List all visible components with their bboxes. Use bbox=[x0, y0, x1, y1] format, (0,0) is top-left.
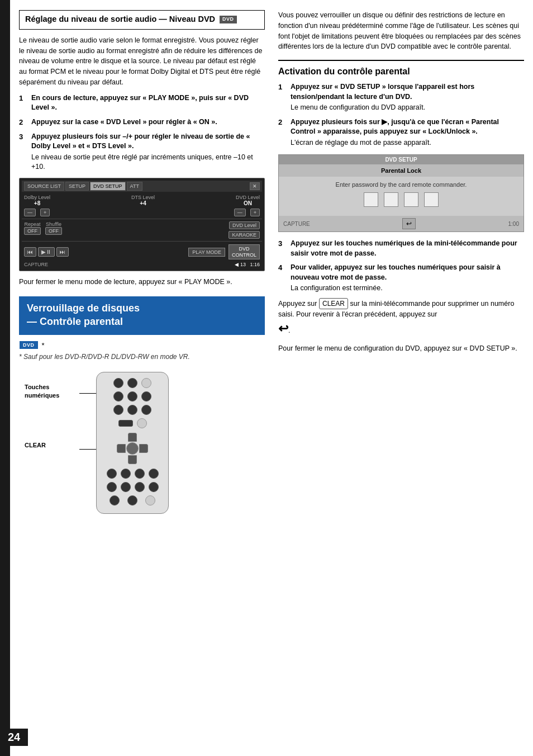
dvd-level-val: ON bbox=[244, 200, 252, 206]
right-divider bbox=[278, 60, 524, 61]
tab-att: ATT bbox=[127, 182, 142, 191]
dolby-label: Dolby Level bbox=[24, 195, 50, 200]
section1-steps: 1 En cours de lecture, appuyez sur « PLA… bbox=[19, 93, 265, 172]
parental-password-boxes bbox=[283, 192, 519, 207]
parental-time: 1:00 bbox=[508, 221, 519, 227]
step2-num: 2 bbox=[19, 117, 29, 127]
num-btn-8 bbox=[127, 405, 137, 415]
right-intro: Vous pouvez verrouiller un disque ou déf… bbox=[278, 10, 524, 52]
step-3: 3 Appuyez plusieurs fois sur –/+ pour ré… bbox=[19, 132, 265, 172]
repeat-btn[interactable]: OFF bbox=[24, 227, 41, 235]
dvd-badge-2: DVD bbox=[19, 341, 39, 349]
track-time: ◀ 13 1:16 bbox=[235, 262, 260, 267]
right-step-1: 1 Appuyez sur « DVD SETUP » lorsque l'ap… bbox=[278, 82, 524, 113]
prev-btn[interactable]: ⏮ bbox=[24, 247, 36, 257]
step-1: 1 En cours de lecture, appuyez sur « PLA… bbox=[19, 93, 265, 113]
shuffle-btn[interactable]: OFF bbox=[45, 227, 62, 235]
btn-r5 bbox=[107, 482, 117, 492]
right-column: Vous pouvez verrouiller un disque ou déf… bbox=[278, 10, 524, 746]
dpad-down bbox=[128, 455, 137, 464]
right-step1-sub: Le menu de configuration du DVD apparaît… bbox=[291, 103, 524, 113]
play-mode-btn[interactable]: PLAY MODE bbox=[188, 248, 225, 257]
parental-back-btn[interactable]: ↩ bbox=[402, 218, 416, 229]
dvd-ui-topbar: SOURCE LIST SETUP DVD SETUP ATT ✕ bbox=[22, 181, 262, 192]
blue-section-title: Verrouillage de disques — Contrôle paren… bbox=[27, 302, 257, 328]
blue-section: Verrouillage de disques — Contrôle paren… bbox=[19, 296, 265, 335]
after-dvd-ui-text: Pour fermer le menu mode de lecture, app… bbox=[19, 277, 265, 287]
step3-sub: Le niveau de sortie peut être réglé par … bbox=[31, 153, 265, 172]
dvd-badge-row: DVD * bbox=[19, 341, 265, 351]
arrow-touches bbox=[79, 393, 96, 394]
next-btn[interactable]: ⏭ bbox=[56, 247, 69, 257]
bottom-row-1 bbox=[104, 469, 160, 479]
parental-ui-screenshot: DVD SETUP Parental Lock Enter password b… bbox=[278, 154, 524, 232]
capture-label: CAPTURE bbox=[24, 262, 48, 267]
dolby-plus-btn[interactable]: + bbox=[40, 209, 50, 216]
btn-r3 bbox=[135, 469, 145, 479]
parental-ui-bottombar: CAPTURE ↩ 1:00 bbox=[279, 216, 524, 231]
dts-label: DTS Level bbox=[131, 195, 155, 200]
clear-btn bbox=[118, 420, 133, 427]
dpad-left bbox=[117, 444, 126, 453]
step-2: 2 Appuyez sur la case « DVD Level » pour… bbox=[19, 117, 265, 127]
dvd-note: * Sauf pour les DVD-R/DVD-R DL/DVD-RW en… bbox=[19, 353, 265, 361]
transport-controls: ⏮ ▶⏸ ⏭ bbox=[24, 247, 69, 257]
num-btn-2 bbox=[127, 378, 137, 388]
pw-box-4 bbox=[424, 192, 439, 207]
shuffle-label: Shuffle bbox=[46, 221, 61, 227]
dvd-level-label: DVD Level bbox=[236, 195, 260, 200]
dolby-minus-btn[interactable]: — bbox=[24, 209, 36, 216]
right-step2-sub: L'écran de réglage du mot de passe appar… bbox=[291, 138, 524, 148]
btn-r2 bbox=[121, 469, 131, 479]
repeat-label: Repeat bbox=[24, 221, 40, 227]
right-step1-text: Appuyez sur « DVD SETUP » lorsque l'appa… bbox=[291, 82, 524, 102]
section1-header: Réglage du niveau de sortie audio — Nive… bbox=[19, 10, 265, 30]
num-btn-4 bbox=[113, 391, 123, 401]
parental-capture-label: CAPTURE bbox=[283, 221, 310, 227]
dts-val: +4 bbox=[140, 200, 146, 206]
touches-label: Touchesnumériques bbox=[25, 383, 59, 400]
play-pause-btn[interactable]: ▶⏸ bbox=[38, 247, 55, 257]
tab-source-list: SOURCE LIST bbox=[24, 182, 64, 191]
tab-dvd-setup: DVD SETUP bbox=[90, 182, 126, 191]
remote-body bbox=[96, 372, 169, 514]
right-step2-num: 2 bbox=[278, 117, 288, 127]
section1-title-text: Réglage du niveau de sortie audio — Nive… bbox=[25, 15, 215, 23]
right-step3-num: 3 bbox=[278, 239, 288, 249]
right-step-2: 2 Appuyez plusieurs fois sur ▶, jusqu'à … bbox=[278, 117, 524, 148]
section1-body: Le niveau de sortie audio varie selon le… bbox=[19, 35, 265, 88]
right-steps-3-4: 3 Appuyez sur les touches numériques de … bbox=[278, 239, 524, 294]
dts-minus-btn[interactable]: — bbox=[234, 209, 246, 216]
right-step-3: 3 Appuyez sur les touches numériques de … bbox=[278, 239, 524, 258]
remote-diagram-container: Touchesnumériques CLEAR bbox=[19, 366, 265, 545]
karaoke-btn[interactable]: KARAOKE bbox=[229, 231, 260, 239]
clear-label: CLEAR bbox=[25, 442, 46, 448]
dvd-control-btn[interactable]: DVDCONTROL bbox=[229, 244, 260, 260]
right-step3-text: Appuyez sur les touches numériques de la… bbox=[291, 239, 524, 258]
dts-plus-btn[interactable]: + bbox=[250, 209, 260, 216]
capture-bar: CAPTURE ◀ 13 1:16 bbox=[22, 261, 262, 268]
dvd-level-row: Dolby Level +8 DTS Level +4 DVD Level ON bbox=[22, 193, 262, 207]
num-btn-3 bbox=[141, 378, 151, 388]
blue-title-line2: — Contrôle parental bbox=[27, 316, 123, 327]
after-text1: Appuyez sur bbox=[278, 300, 317, 308]
btn-r8 bbox=[149, 482, 159, 492]
dvd-level-switch-btn[interactable]: DVD Level bbox=[229, 221, 260, 229]
extra-btn bbox=[137, 418, 147, 428]
dpad-up bbox=[128, 433, 137, 442]
btn-r1 bbox=[107, 469, 117, 479]
step3-text: Appuyez plusieurs fois sur –/+ pour régl… bbox=[31, 132, 265, 152]
right-step4-num: 4 bbox=[278, 263, 288, 273]
num-btn-5 bbox=[127, 391, 137, 401]
dpad-center bbox=[126, 442, 139, 455]
page-number: 24 bbox=[0, 729, 28, 746]
left-column: Réglage du niveau de sortie audio — Nive… bbox=[19, 10, 265, 746]
btn-r6 bbox=[121, 482, 131, 492]
right-section-header: Activation du contrôle parental bbox=[278, 67, 524, 77]
pw-box-1 bbox=[364, 192, 378, 207]
clear-row bbox=[104, 418, 160, 428]
num-btn-6 bbox=[141, 391, 151, 401]
btn-r10 bbox=[127, 495, 137, 505]
blue-title-line1: Verrouillage de disques bbox=[27, 303, 140, 314]
asterisk: * bbox=[42, 341, 45, 349]
